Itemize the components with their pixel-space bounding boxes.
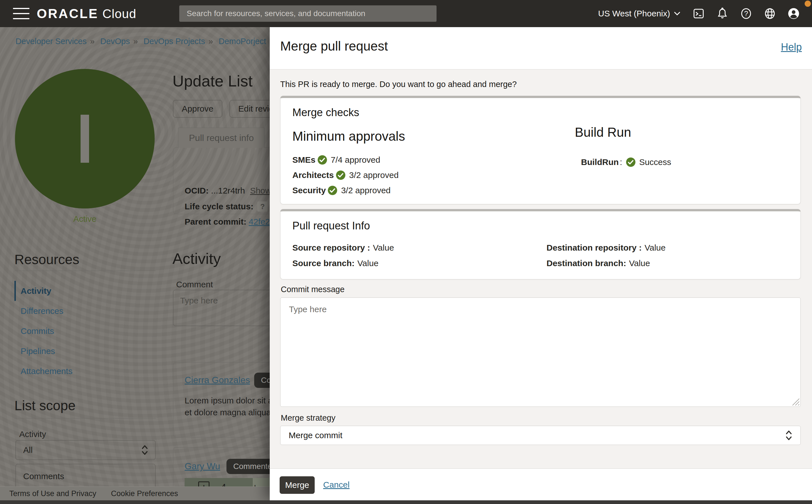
- comment-author-link[interactable]: Gary Wu: [184, 461, 220, 472]
- pr-avatar-initial: I: [81, 115, 89, 163]
- comment-text-line: et dolore magna aliqua.: [184, 408, 274, 417]
- chevron-down-icon: [673, 9, 681, 18]
- window-bottom-edge: [0, 500, 812, 504]
- parent-commit-row: Parent commit: 42fe2h: [184, 217, 275, 227]
- merge-button[interactable]: Merge: [280, 476, 315, 494]
- search-input[interactable]: [179, 5, 437, 22]
- breadcrumb-devops-projects[interactable]: DevOps Projects: [144, 37, 205, 46]
- build-run-heading: Build Run: [575, 125, 631, 140]
- merge-pull-request-drawer: Merge pull request Help This PR is ready…: [270, 27, 812, 500]
- logo-cloud: Cloud: [102, 7, 136, 21]
- option-comments[interactable]: Comments: [16, 464, 155, 481]
- minimum-approvals-heading: Minimum approvals: [292, 129, 405, 144]
- commit-message-textarea[interactable]: [280, 297, 801, 407]
- destination-branch-field: Destination branch:Value: [546, 258, 650, 268]
- success-check-icon: [626, 157, 636, 167]
- build-run-status: Success: [639, 157, 671, 167]
- sidebar-item-pipelines[interactable]: Pipelines: [14, 341, 156, 361]
- ocid-show-link[interactable]: Show: [250, 186, 271, 195]
- comment-label: Comment: [176, 280, 213, 289]
- breadcrumb-devops[interactable]: DevOps: [100, 37, 130, 46]
- resources-heading: Resources: [14, 252, 79, 267]
- parent-commit-label: Parent commit:: [184, 217, 246, 227]
- build-run-label: BuildRun: [581, 157, 619, 167]
- breadcrumb-developer-services[interactable]: Developer Services: [16, 37, 86, 46]
- divider: [14, 418, 156, 418]
- resources-nav: Activity Differences Commits Pipelines A…: [14, 281, 156, 381]
- destination-repository-field: Destination repository :Value: [546, 243, 666, 253]
- source-branch-field: Source branch:Value: [292, 258, 379, 268]
- activity-heading: Activity: [172, 250, 221, 267]
- activity-filter-value: All: [16, 445, 32, 455]
- approval-row-security: Security 3/2 approved: [292, 183, 399, 198]
- drawer-header: Merge pull request Help: [270, 27, 812, 69]
- merge-checks-card: Merge checks Minimum approvals SMEs 7/4 …: [280, 96, 801, 204]
- commit-message-label: Commit message: [281, 285, 345, 294]
- comment-author-link[interactable]: Cierra Gonzales: [184, 375, 250, 385]
- cookie-preferences-link[interactable]: Cookie Preferences: [111, 489, 178, 498]
- help-link[interactable]: Help: [781, 41, 802, 53]
- source-repository-field: Source repository :Value: [292, 243, 394, 253]
- merge-strategy-value: Merge commit: [281, 431, 342, 440]
- pull-request-info-card: Pull request Info Source repository :Val…: [280, 209, 801, 279]
- logo-oracle: ORACLE: [37, 6, 98, 21]
- success-check-icon: [327, 185, 338, 195]
- sidebar-item-activity[interactable]: Activity: [14, 281, 156, 301]
- approval-rows: SMEs 7/4 approved Architects 3/2 approve…: [292, 152, 399, 198]
- breadcrumb-separator: »: [209, 37, 213, 46]
- sidebar-item-attachements[interactable]: Attachements: [14, 361, 156, 381]
- commit-message-wrap: [280, 297, 801, 407]
- recording-indicator-dot: [805, 1, 811, 7]
- approval-row-smes: SMEs 7/4 approved: [292, 152, 399, 168]
- ocid-label: OCID:: [184, 186, 209, 195]
- globe-language-icon[interactable]: [763, 7, 776, 20]
- merge-strategy-label: Merge strategy: [281, 413, 335, 423]
- build-run-row: BuildRun : Success: [581, 155, 671, 170]
- merge-checks-title: Merge checks: [292, 107, 359, 119]
- lifecycle-row: Life cycle status: ? M: [184, 201, 279, 212]
- select-chevrons-icon: [785, 428, 793, 443]
- oracle-cloud-logo: ORACLE Cloud: [37, 6, 136, 21]
- lifecycle-help-icon[interactable]: ?: [257, 201, 268, 212]
- approve-button[interactable]: Approve: [173, 100, 222, 118]
- breadcrumb-separator: »: [90, 37, 94, 46]
- success-check-icon: [336, 170, 346, 180]
- user-avatar-icon[interactable]: [787, 7, 800, 20]
- sidebar-item-differences[interactable]: Differences: [14, 301, 156, 321]
- region-selector[interactable]: US West (Phoenix): [598, 9, 681, 18]
- ocid-value: ...12r4trh: [211, 186, 245, 195]
- notifications-bell-icon[interactable]: [716, 7, 729, 20]
- merge-strategy-select[interactable]: Merge commit: [280, 426, 801, 445]
- breadcrumb-separator: »: [133, 37, 138, 46]
- hamburger-menu-icon[interactable]: [13, 8, 29, 19]
- activity-filter-label: Activity: [19, 429, 46, 439]
- svg-text:?: ?: [744, 10, 748, 18]
- tab-pull-request-info[interactable]: Pull request info: [178, 128, 265, 148]
- page-title: Update List: [172, 72, 253, 90]
- activity-filter-select[interactable]: All: [16, 440, 155, 460]
- topbar-right: US West (Phoenix) ?: [598, 7, 800, 20]
- oracle-cloud-console: ORACLE Cloud US West (Phoenix) ?: [0, 0, 812, 504]
- breadcrumb-demoporject[interactable]: DemoPorject: [219, 37, 266, 46]
- terms-link[interactable]: Terms of Use and Privacy: [9, 489, 96, 498]
- lifecycle-label: Life cycle status:: [184, 202, 253, 211]
- cancel-link[interactable]: Cancel: [323, 480, 350, 490]
- global-search[interactable]: [179, 5, 437, 22]
- region-label: US West (Phoenix): [598, 9, 670, 18]
- approval-row-architects: Architects 3/2 approved: [292, 168, 399, 183]
- drawer-title: Merge pull request: [280, 38, 388, 54]
- drawer-intro-text: This PR is ready to merge. Do you want t…: [280, 80, 517, 89]
- drawer-footer: Merge Cancel: [270, 468, 812, 500]
- divider: [14, 271, 156, 271]
- breadcrumb: Developer Services» DevOps» DevOps Proje…: [16, 37, 299, 46]
- success-check-icon: [317, 155, 327, 165]
- help-icon[interactable]: ?: [740, 7, 753, 20]
- status-badge: Active: [15, 214, 155, 224]
- select-chevrons-icon: [140, 443, 149, 457]
- ocid-row: OCID: ...12r4trh Show: [184, 186, 271, 195]
- sidebar-item-commits[interactable]: Commits: [14, 321, 156, 341]
- pull-request-info-title: Pull request Info: [292, 220, 370, 232]
- topbar: ORACLE Cloud US West (Phoenix) ?: [0, 0, 812, 27]
- list-scope-heading: List scope: [14, 398, 75, 413]
- cloud-shell-icon[interactable]: [692, 7, 705, 20]
